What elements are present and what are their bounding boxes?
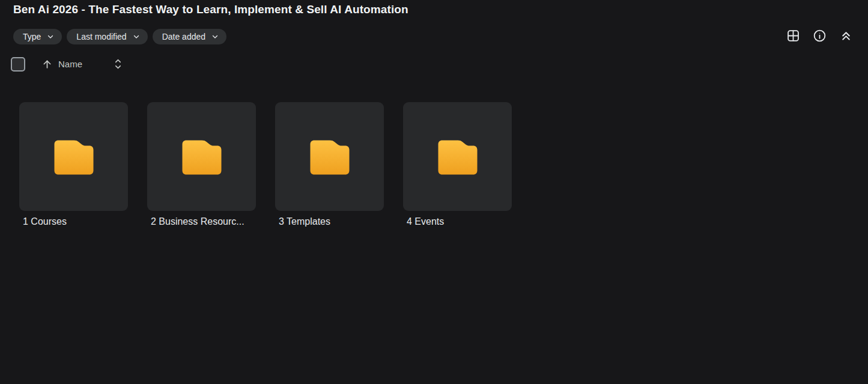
info-icon[interactable]	[812, 28, 827, 43]
type-filter-label: Type	[23, 32, 41, 41]
folder-item: 1 Courses	[19, 102, 128, 227]
folder-icon	[181, 138, 222, 175]
folder-icon	[53, 138, 94, 175]
collapse-icon[interactable]	[839, 28, 854, 43]
folder-card-business-resources[interactable]	[147, 102, 256, 211]
type-filter-chip[interactable]: Type	[13, 29, 62, 44]
folder-grid: 1 Courses 2 Business Resourc...	[19, 102, 512, 227]
folder-name: 1 Courses	[19, 216, 128, 227]
folder-item: 2 Business Resourc...	[147, 102, 256, 227]
view-toolbar	[786, 28, 854, 43]
folder-card-courses[interactable]	[19, 102, 128, 211]
chevron-down-icon	[133, 33, 140, 40]
last-modified-filter-chip[interactable]: Last modified	[67, 29, 147, 44]
folder-item: 3 Templates	[275, 102, 384, 227]
date-added-filter-chip[interactable]: Date added	[153, 29, 226, 44]
grid-view-icon[interactable]	[786, 28, 801, 43]
folder-name: 2 Business Resourc...	[147, 216, 256, 227]
chevron-down-icon	[47, 33, 54, 40]
filter-chips-row: Type Last modified Date added	[13, 29, 226, 44]
sort-row: Name	[11, 56, 123, 72]
folder-card-templates[interactable]	[275, 102, 384, 211]
sort-ascending-arrow-icon[interactable]	[41, 58, 53, 70]
folder-icon	[437, 138, 478, 175]
unfold-more-icon[interactable]	[114, 58, 123, 70]
folder-icon	[309, 138, 350, 175]
folder-name: 4 Events	[403, 216, 512, 227]
folder-item: 4 Events	[403, 102, 512, 227]
sort-by-name-button[interactable]: Name	[58, 59, 82, 69]
folder-name: 3 Templates	[275, 216, 384, 227]
date-added-filter-label: Date added	[162, 32, 205, 41]
folder-card-events[interactable]	[403, 102, 512, 211]
select-all-checkbox[interactable]	[11, 57, 25, 72]
chevron-down-icon	[211, 33, 219, 40]
last-modified-filter-label: Last modified	[76, 32, 126, 41]
page-title: Ben Ai 2026 - The Fastest Way to Learn, …	[13, 3, 408, 16]
